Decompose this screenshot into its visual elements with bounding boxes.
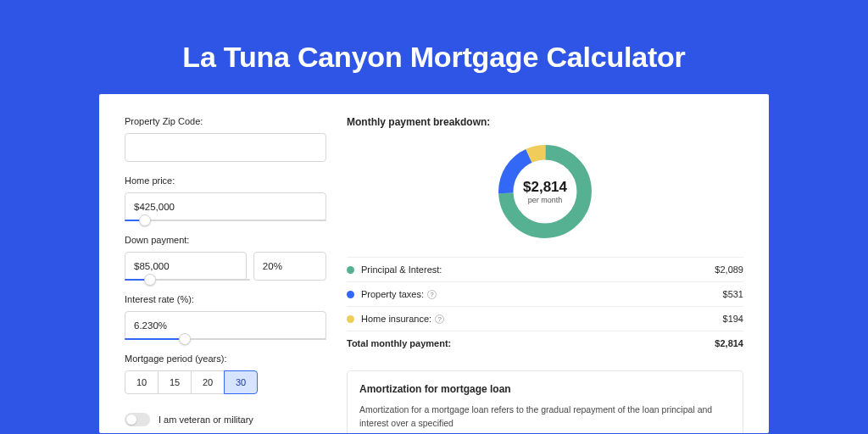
- total-label: Total monthly payment:: [347, 338, 451, 348]
- period-button-30[interactable]: 30: [224, 370, 258, 394]
- page-title: La Tuna Canyon Mortgage Calculator: [0, 0, 868, 94]
- veteran-toggle-row: I am veteran or military: [125, 413, 326, 426]
- total-row: Total monthly payment: $2,814: [347, 331, 743, 355]
- interest-rate-input[interactable]: [125, 311, 326, 340]
- interest-rate-slider[interactable]: [125, 338, 326, 340]
- legend-value: $531: [723, 289, 743, 299]
- donut-amount: $2,814: [523, 179, 567, 196]
- amortization-body: Amortization for a mortgage loan refers …: [359, 403, 731, 431]
- down-payment-input[interactable]: [125, 252, 247, 281]
- legend-row-insurance: Home insurance:$194: [347, 307, 743, 331]
- legend-value: $2,089: [715, 264, 743, 275]
- period-button-15[interactable]: 15: [158, 370, 192, 394]
- legend-row-principal: Principal & Interest:$2,089: [347, 257, 743, 282]
- down-payment-slider[interactable]: [125, 279, 250, 281]
- down-payment-pct-input[interactable]: [253, 252, 326, 281]
- legend-dot-icon: [347, 291, 354, 298]
- down-payment-label: Down payment:: [125, 235, 326, 245]
- zip-input[interactable]: [125, 133, 326, 162]
- home-price-label: Home price:: [125, 175, 326, 186]
- help-icon[interactable]: [435, 314, 444, 324]
- legend-value: $194: [723, 314, 743, 324]
- mortgage-period-group: 10152030: [125, 370, 326, 394]
- home-price-slider[interactable]: [125, 220, 326, 221]
- calculator-card: Property Zip Code: Home price: Down paym…: [99, 94, 769, 433]
- form-panel: Property Zip Code: Home price: Down paym…: [125, 116, 326, 433]
- legend-label: Principal & Interest:: [361, 264, 442, 275]
- veteran-label: I am veteran or military: [159, 415, 253, 425]
- amortization-card: Amortization for mortgage loan Amortizat…: [347, 370, 743, 433]
- veteran-toggle[interactable]: [125, 413, 150, 426]
- donut-chart-wrap: $2,814 per month: [347, 140, 743, 243]
- period-button-10[interactable]: 10: [125, 370, 159, 394]
- total-value: $2,814: [715, 338, 743, 348]
- home-price-input[interactable]: [125, 192, 326, 221]
- breakdown-title: Monthly payment breakdown:: [347, 116, 743, 128]
- legend-dot-icon: [347, 315, 354, 323]
- legend-label: Property taxes:: [361, 289, 437, 299]
- interest-rate-label: Interest rate (%):: [125, 294, 326, 304]
- breakdown-panel: Monthly payment breakdown: $2,814 per mo…: [347, 116, 743, 433]
- period-button-20[interactable]: 20: [191, 370, 225, 394]
- donut-sublabel: per month: [523, 196, 567, 204]
- help-icon[interactable]: [427, 290, 437, 299]
- mortgage-period-label: Mortgage period (years):: [125, 353, 326, 364]
- donut-chart: $2,814 per month: [493, 140, 597, 243]
- legend-label: Home insurance:: [361, 314, 444, 324]
- zip-label: Property Zip Code:: [125, 116, 326, 126]
- legend-row-taxes: Property taxes:$531: [347, 282, 743, 307]
- amortization-title: Amortization for mortgage loan: [359, 383, 731, 395]
- legend-dot-icon: [347, 266, 354, 274]
